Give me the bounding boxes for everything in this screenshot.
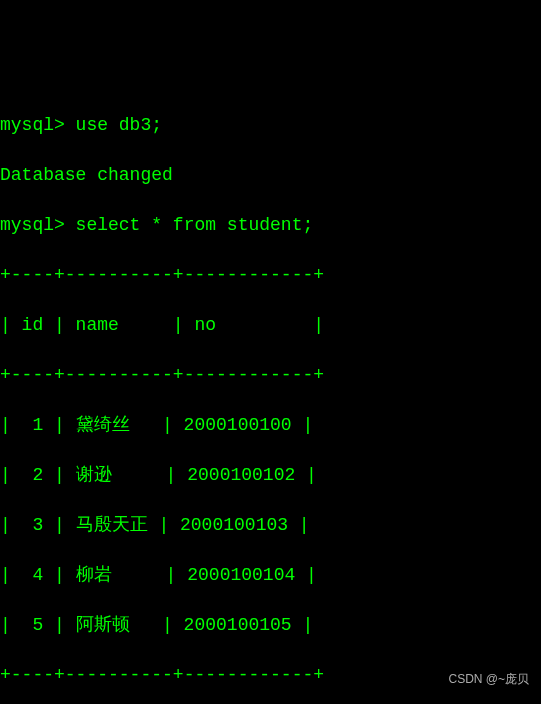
table-row: | 1 | 黛绮丝 | 2000100100 | — [0, 413, 541, 438]
table-header: | id | name | no | — [0, 313, 541, 338]
table-row: | 5 | 阿斯顿 | 2000100105 | — [0, 613, 541, 638]
table-border: +----+----------+------------+ — [0, 263, 541, 288]
terminal-output[interactable]: mysql> use db3; Database changed mysql> … — [0, 100, 541, 704]
watermark: CSDN @~庞贝 — [448, 667, 529, 692]
table-border: +----+----------+------------+ — [0, 363, 541, 388]
output-line: Database changed — [0, 163, 541, 188]
table-row: | 2 | 谢逊 | 2000100102 | — [0, 463, 541, 488]
prompt-line: mysql> use db3; — [0, 113, 541, 138]
prompt-line: mysql> select * from student; — [0, 213, 541, 238]
table-row: | 3 | 马殷天正 | 2000100103 | — [0, 513, 541, 538]
table-row: | 4 | 柳岩 | 2000100104 | — [0, 563, 541, 588]
